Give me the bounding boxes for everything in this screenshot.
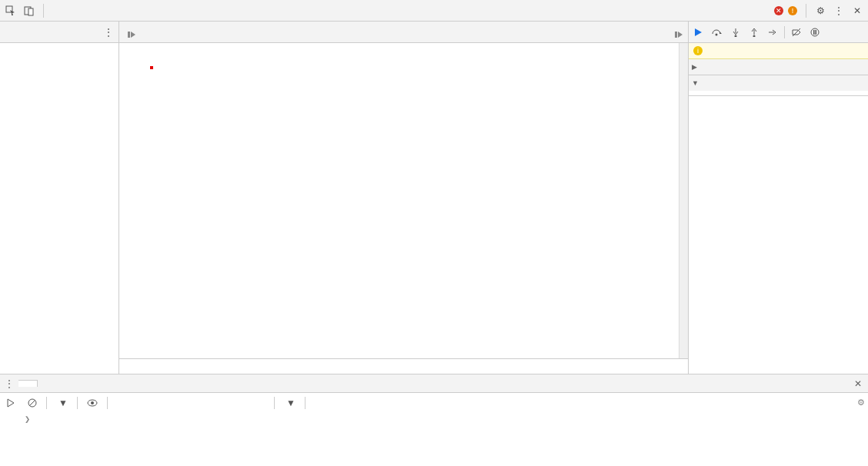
svg-point-6 xyxy=(735,35,737,37)
async-divider xyxy=(689,91,868,95)
svg-rect-3 xyxy=(128,32,130,38)
editor-status xyxy=(119,358,688,374)
highlight-box xyxy=(150,66,153,69)
info-icon: i xyxy=(693,46,703,55)
step-into-icon[interactable] xyxy=(729,25,743,39)
resume-icon[interactable] xyxy=(692,25,706,39)
deactivate-bp-icon[interactable] xyxy=(790,25,803,39)
svg-rect-2 xyxy=(28,8,33,15)
hidden-count[interactable] xyxy=(857,398,865,408)
svg-point-15 xyxy=(91,401,94,404)
console-output[interactable]: ❯ xyxy=(0,412,868,463)
navigator-panel: ⋮ xyxy=(0,22,119,374)
step-over-icon[interactable] xyxy=(710,25,724,39)
file-tab-bar xyxy=(119,22,688,43)
debugger-toolbar xyxy=(689,22,868,43)
nav-back-icon[interactable] xyxy=(122,27,141,42)
drawer-tabbar: ⋮ ✕ xyxy=(0,374,868,392)
svg-line-13 xyxy=(29,400,35,406)
drawer-more-icon[interactable]: ⋮ xyxy=(0,378,18,389)
navigator-header: ⋮ xyxy=(0,22,119,43)
tab-search[interactable] xyxy=(38,381,56,387)
console-toolbar: ▼ ▼ xyxy=(0,392,868,412)
drawer-close-icon[interactable]: ✕ xyxy=(848,378,868,389)
gear-icon[interactable]: ⚙ xyxy=(813,3,828,18)
navigator-more-icon[interactable]: ⋮ xyxy=(103,26,114,38)
callstack-section: ▼ xyxy=(689,75,868,96)
line-gutter[interactable] xyxy=(119,43,150,358)
watch-section: ▶ xyxy=(689,59,868,75)
clear-icon[interactable] xyxy=(25,397,40,409)
code-content[interactable] xyxy=(150,43,688,358)
svg-point-5 xyxy=(716,33,718,35)
filter-input[interactable] xyxy=(114,397,268,409)
nav-more-icon[interactable] xyxy=(669,27,688,42)
more-icon[interactable]: ⋮ xyxy=(831,3,846,18)
file-tree[interactable] xyxy=(0,43,119,48)
pause-exc-icon[interactable] xyxy=(808,25,822,39)
debugger-panel: i ▶ ▼ xyxy=(689,22,868,374)
step-out-icon[interactable] xyxy=(747,25,761,39)
svg-point-7 xyxy=(753,35,756,37)
code-area[interactable] xyxy=(119,43,688,358)
step-icon[interactable] xyxy=(766,25,780,39)
separator xyxy=(43,4,44,18)
svg-rect-11 xyxy=(816,30,817,35)
live-expr-icon[interactable] xyxy=(84,398,101,408)
editor-panel xyxy=(119,22,689,374)
level-selector[interactable]: ▼ xyxy=(281,396,299,410)
paused-banner: i xyxy=(689,43,868,59)
callstack-header[interactable]: ▼ xyxy=(689,75,868,91)
svg-rect-10 xyxy=(813,30,815,35)
svg-rect-4 xyxy=(675,32,677,38)
error-counter[interactable]: ✕ ! xyxy=(774,6,800,15)
watch-header[interactable]: ▶ xyxy=(689,59,868,75)
svg-point-9 xyxy=(811,28,819,36)
tab-console[interactable] xyxy=(18,380,38,387)
device-icon[interactable] xyxy=(22,3,37,18)
execute-icon[interactable] xyxy=(3,397,18,409)
inspect-icon[interactable] xyxy=(3,3,18,18)
minimap[interactable] xyxy=(679,43,688,358)
main-toolbar: ✕ ! ⚙ ⋮ ✕ xyxy=(0,0,868,22)
context-selector[interactable]: ▼ xyxy=(53,396,71,410)
close-icon[interactable]: ✕ xyxy=(850,3,865,18)
